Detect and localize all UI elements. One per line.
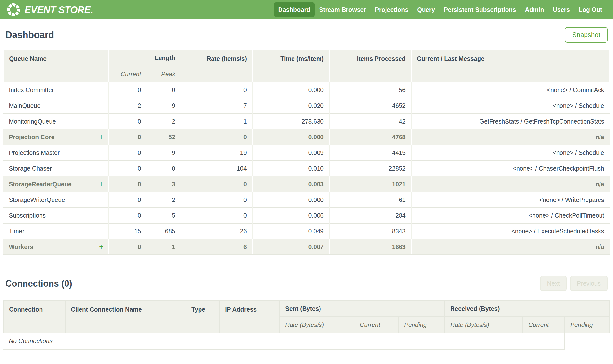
queue-row: MainQueue2970.0204652<none> / Schedule [3,98,610,114]
queue-name-cell: Projection Core+ [3,129,109,145]
queue-row: Timer15685260.0498343<none> / ExecuteSch… [3,223,610,239]
length-peak-cell: 685 [147,223,181,239]
brand-name: EVENT STORE. [25,4,93,15]
queue-row: Subscriptions0500.006284<none> / CheckPo… [3,208,610,223]
col-header-type: Type [186,300,219,333]
col-header-peak: Peak [147,66,181,82]
length-peak-cell: 3 [147,176,181,192]
connections-header: Connections (0) Next Previous [5,276,608,291]
length-peak-cell: 1 [147,239,181,255]
length-peak-cell: 0 [147,161,181,176]
queue-row: Index Committer0000.00056<none> / Commit… [3,82,610,98]
length-current-cell: 0 [109,192,147,208]
items-processed-cell: 42 [329,114,411,129]
items-processed-cell: 61 [329,192,411,208]
length-peak-cell: 2 [147,192,181,208]
queue-name-cell: Projections Master [3,145,109,161]
col-header-items-processed: Items Processed [329,50,411,82]
queue-name: Index Committer [9,87,54,94]
time-cell: 278.630 [253,114,329,129]
nav-item-persistent-subscriptions[interactable]: Persistent Subscriptions [439,2,520,17]
col-header-received-current: Current [523,317,565,333]
queue-name: Workers [9,243,33,250]
queue-row: StorageWriterQueue0200.00061<none> / Wri… [3,192,610,208]
message-cell: n/a [411,176,610,192]
queue-row: Projections Master09190.0094415<none> / … [3,145,610,161]
queue-name-cell: Timer [3,223,109,239]
page-header: Dashboard Snapshot [5,27,608,43]
items-processed-cell: 284 [329,208,411,223]
rate-cell: 0 [181,192,253,208]
nav-item-query[interactable]: Query [413,2,439,17]
length-current-cell: 0 [109,129,147,145]
col-header-client-connection-name: Client Connection Name [65,300,186,333]
nav-item-admin[interactable]: Admin [520,2,548,17]
brand: EVENT STORE. [6,3,93,17]
nav-item-stream-browser[interactable]: Stream Browser [314,2,370,17]
length-current-cell: 0 [109,161,147,176]
nav-item-log-out[interactable]: Log Out [574,2,607,17]
nav-item-projections[interactable]: Projections [370,2,413,17]
time-cell: 0.000 [253,129,329,145]
rate-cell: 19 [181,145,253,161]
next-button[interactable]: Next [540,276,566,291]
connections-table: Connection Client Connection Name Type I… [3,300,610,350]
nav-menu: DashboardStream BrowserProjectionsQueryP… [274,2,607,17]
pager-group: Next Previous [540,276,608,291]
time-cell: 0.007 [253,239,329,255]
col-header-sent-rate: Rate (Bytes/s) [280,317,354,333]
nav-item-dashboard[interactable]: Dashboard [274,2,315,17]
message-cell: <none> / WritePrepares [411,192,610,208]
queue-name: StorageReaderQueue [9,181,72,188]
length-peak-cell: 0 [147,82,181,98]
previous-button[interactable]: Previous [570,276,608,291]
expand-group-button[interactable]: + [99,244,103,250]
length-peak-cell: 2 [147,114,181,129]
queue-name-cell: StorageWriterQueue [3,192,109,208]
rate-cell: 104 [181,161,253,176]
rate-cell: 0 [181,208,253,223]
connections-table-body: No Connections [3,333,610,350]
rate-cell: 0 [181,129,253,145]
length-peak-cell: 9 [147,98,181,114]
queue-name: Storage Chaser [9,165,52,172]
message-cell: <none> / CheckPollTimeout [411,208,610,223]
queue-name-cell: StorageReaderQueue+ [3,176,109,192]
col-header-sent-current: Current [354,317,398,333]
queue-table-header: Queue Name Length Rate (items/s) Time (m… [3,50,610,82]
col-header-received: Received (Bytes) [445,300,610,317]
col-header-queue-name: Queue Name [3,50,109,82]
expand-group-button[interactable]: + [99,134,103,141]
col-header-received-rate: Rate (Bytes/s) [445,317,523,333]
rate-cell: 7 [181,98,253,114]
nav-item-users[interactable]: Users [548,2,574,17]
no-connections-cell: No Connections [3,333,565,350]
items-processed-cell: 22852 [329,161,411,176]
time-cell: 0.003 [253,176,329,192]
message-cell: GetFreshStats / GetFreshTcpConnectionSta… [411,114,610,129]
col-header-sent-pending: Pending [398,317,445,333]
time-cell: 0.000 [253,82,329,98]
snapshot-button[interactable]: Snapshot [565,27,608,43]
col-header-ip-address: IP Address [219,300,280,333]
queue-name: StorageWriterQueue [9,196,65,203]
length-current-cell: 0 [109,239,147,255]
expand-group-button[interactable]: + [99,181,103,187]
queue-name: Subscriptions [9,212,46,219]
rate-cell: 26 [181,223,253,239]
message-cell: n/a [411,239,610,255]
length-current-cell: 15 [109,223,147,239]
items-processed-cell: 4768 [329,129,411,145]
time-cell: 0.020 [253,98,329,114]
queue-name: MainQueue [9,102,41,109]
message-cell: <none> / Schedule [411,98,610,114]
rate-cell: 6 [181,239,253,255]
queue-name-cell: Storage Chaser [3,161,109,176]
queue-group-row: Workers+0160.0071663n/a [3,239,610,255]
length-peak-cell: 9 [147,145,181,161]
col-header-message: Current / Last Message [411,50,610,82]
items-processed-cell: 8343 [329,223,411,239]
col-header-received-pending: Pending [565,317,610,333]
connections-title: Connections (0) [5,278,72,289]
queue-name-cell: Workers+ [3,239,109,255]
